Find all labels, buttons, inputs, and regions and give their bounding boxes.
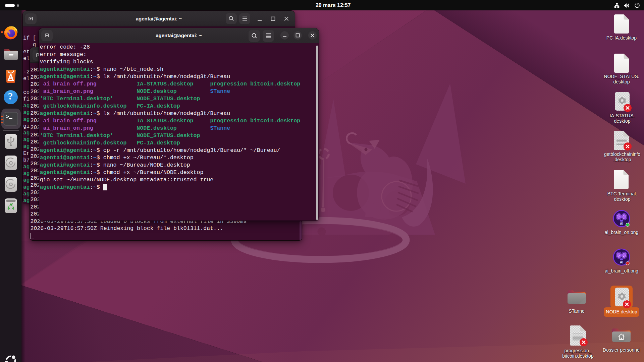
svg-text:>: > <box>6 114 9 120</box>
svg-text:?: ? <box>8 90 13 102</box>
